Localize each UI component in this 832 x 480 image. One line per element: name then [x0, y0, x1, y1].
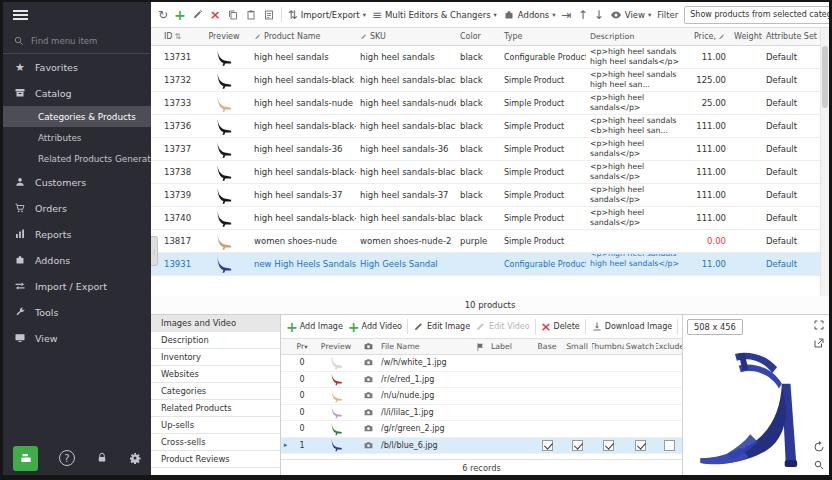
column-sku[interactable]: SKU [356, 32, 456, 41]
hamburger-menu-icon[interactable] [13, 8, 28, 22]
lock-icon[interactable] [96, 452, 108, 464]
image-row[interactable]: 0/w/h/white_1.jpg [281, 355, 682, 372]
camera-column-icon[interactable] [358, 341, 378, 352]
duplicate-button[interactable] [263, 9, 275, 21]
add-video-button[interactable]: +Add Video [348, 320, 402, 334]
gear-icon[interactable] [129, 452, 141, 464]
column-attr-set[interactable]: Attribute Set Name [762, 32, 820, 41]
column-small[interactable]: Small [562, 342, 592, 351]
column-id[interactable]: ID⇅ [160, 32, 198, 41]
tab-websites[interactable]: Websites [151, 366, 280, 383]
product-row[interactable]: 13731high heel sandalshigh heel sandalsb… [151, 46, 820, 69]
download-image-button[interactable]: Download Image [591, 321, 672, 333]
addons-menu[interactable]: Addons▾ [503, 9, 556, 21]
product-row[interactable]: 13733high heel sandals-nudehigh heel san… [151, 92, 820, 115]
tab-inventory[interactable]: Inventory [151, 349, 280, 366]
edit-product-button[interactable] [192, 9, 204, 21]
sidebar-item-categories-products[interactable]: Categories & Products [3, 106, 151, 127]
tab-description[interactable]: Description [151, 332, 280, 349]
column-product-name[interactable]: Product Name [250, 32, 356, 41]
product-row[interactable]: 13737high heel sandals-36high heel sanda… [151, 138, 820, 161]
expand-all-icon[interactable]: ⇥ [562, 9, 572, 21]
delete-image-button[interactable]: ×Delete [541, 320, 580, 333]
thumbnail-checkbox[interactable] [603, 440, 614, 451]
column-price[interactable]: Price, [686, 32, 730, 41]
sort-asc-icon[interactable]: ↑ [578, 9, 588, 21]
panel-collapse-handle[interactable]: ⋮ [151, 236, 158, 266]
column-preview[interactable]: Preview [314, 342, 358, 351]
category-filter-select[interactable]: Show products from selected categories▾ [684, 6, 829, 24]
column-file-name[interactable]: File Name [378, 342, 472, 351]
product-row-selected[interactable]: ▸13931new High Heels SandalsHigh Geels S… [151, 253, 820, 276]
sidebar-item-orders[interactable]: Orders [3, 195, 151, 221]
sidebar-item-customers[interactable]: Customers [3, 169, 151, 195]
tab-categories[interactable]: Categories [151, 383, 280, 400]
column-color[interactable]: Color [456, 32, 500, 41]
image-row-selected[interactable]: ▸1/b/l/blue_6.jpg [281, 438, 682, 455]
column-description[interactable]: Description [586, 32, 686, 42]
sidebar-item-tools[interactable]: Tools [3, 299, 151, 325]
column-label[interactable]: Label [488, 342, 532, 351]
camera-icon [358, 390, 378, 401]
pos-terminal-button[interactable] [13, 446, 38, 471]
tab-product-reviews[interactable]: Product Reviews [151, 451, 280, 468]
sidebar-item-catalog[interactable]: Catalog [3, 80, 151, 106]
zoom-icon[interactable] [813, 459, 825, 471]
small-checkbox[interactable] [572, 440, 583, 451]
flag-column-icon[interactable] [472, 342, 488, 352]
sidebar-item-addons[interactable]: Addons [3, 247, 151, 273]
product-row[interactable]: 13736high heel sandals-black-36high heel… [151, 115, 820, 138]
tab-up-sells[interactable]: Up-sells [151, 417, 280, 434]
product-row[interactable]: 13739high heel sandals-37high heel sanda… [151, 184, 820, 207]
scrollbar-thumb[interactable] [822, 46, 828, 108]
swatch-checkbox[interactable] [635, 440, 646, 451]
column-thumbnail[interactable]: Thumbna [592, 342, 624, 351]
column-position[interactable]: Pr▾ [290, 342, 314, 351]
sidebar-item-attributes[interactable]: Attributes [3, 127, 151, 148]
paste-button[interactable] [245, 9, 257, 21]
product-row[interactable]: 13732high heel sandals-blackhigh heel sa… [151, 69, 820, 92]
puzzle-icon [503, 9, 515, 21]
product-row[interactable]: 13817women shoes-nudewomen shoes-nude-2p… [151, 230, 820, 253]
add-image-button[interactable]: +Add Image [286, 320, 343, 334]
fullscreen-icon[interactable] [813, 319, 825, 331]
image-row[interactable]: 0/l/i/lilac_1.jpg [281, 405, 682, 422]
view-menu[interactable]: View▾ [610, 9, 651, 21]
rotate-icon[interactable] [813, 441, 825, 453]
image-row[interactable]: 0/g/r/green_2.jpg [281, 421, 682, 438]
add-product-button[interactable]: + [174, 8, 186, 22]
sidebar-item-view[interactable]: View [3, 325, 151, 351]
column-exclude[interactable]: Exclude [656, 342, 682, 351]
sidebar-item-related-products-generator[interactable]: Related Products Generator [3, 148, 151, 169]
delete-product-button[interactable]: × [210, 8, 221, 21]
copy-button[interactable] [227, 9, 239, 21]
sidebar-item-import-export[interactable]: Import / Export [3, 273, 151, 299]
image-row[interactable]: 0/r/e/red_1.jpg [281, 372, 682, 389]
multi-editors-menu[interactable]: ≡ Multi Editors & Changers▾ [372, 9, 497, 21]
tab-cross-sells[interactable]: Cross-sells [151, 434, 280, 451]
column-base[interactable]: Base [532, 342, 562, 351]
sort-icon: ⇅ [175, 32, 182, 41]
refresh-button[interactable]: ↻ [158, 9, 168, 21]
column-preview[interactable]: Preview [198, 32, 250, 41]
column-type[interactable]: Type [500, 32, 586, 41]
tab-related-products[interactable]: Related Products [151, 400, 280, 417]
search-icon [13, 35, 25, 47]
column-swatch[interactable]: Swatch [624, 342, 656, 351]
import-export-menu[interactable]: ⇅ Import/Export▾ [288, 9, 366, 21]
menu-search-input[interactable] [31, 36, 131, 46]
sidebar-item-favorites[interactable]: ★ Favorites [3, 54, 151, 80]
sidebar-item-reports[interactable]: Reports [3, 221, 151, 247]
exclude-checkbox[interactable] [664, 440, 675, 451]
grid-scrollbar[interactable] [820, 28, 829, 296]
base-checkbox[interactable] [542, 440, 553, 451]
help-button[interactable]: ? [59, 450, 75, 466]
column-weight[interactable]: Weight [730, 32, 762, 41]
image-row[interactable]: 0/n/u/nude.jpg [281, 388, 682, 405]
tab-images-and-video[interactable]: Images and Video [151, 315, 280, 332]
product-row[interactable]: 13740high heel sandals-black-38high heel… [151, 207, 820, 230]
product-row[interactable]: 13738high heel sandals-black-37high heel… [151, 161, 820, 184]
edit-image-button[interactable]: Edit Image [413, 321, 470, 333]
sort-desc-icon[interactable]: ↓ [594, 9, 604, 21]
open-external-icon[interactable] [813, 337, 825, 349]
